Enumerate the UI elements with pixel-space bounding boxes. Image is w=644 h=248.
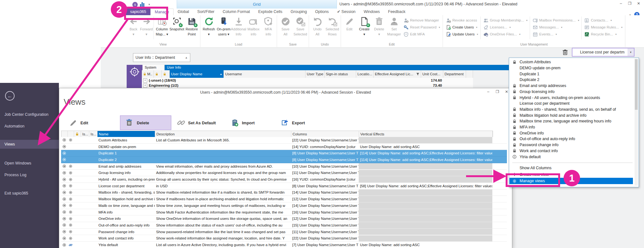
undo-selected-rows-button[interactable]: SelectedRows	[325, 15, 340, 36]
licenses-button[interactable]: Licenses...▾	[483, 24, 527, 31]
events-button[interactable]: Events...▾	[533, 31, 579, 38]
row-actions-cell[interactable]	[67, 242, 74, 248]
row-actions-cell[interactable]	[67, 137, 74, 143]
view-selector-combo[interactable]: License cost per departm ▾	[572, 48, 635, 57]
undo-all-button[interactable]: UndoAll	[310, 15, 325, 36]
row-actions-cell[interactable]	[67, 170, 74, 176]
edit-mfa-button[interactable]: Edit MFA	[404, 31, 440, 38]
row-actions-cell[interactable]	[67, 176, 74, 183]
save-all-button[interactable]: SaveAll	[278, 15, 293, 36]
radio-icon[interactable]	[62, 236, 66, 240]
dropdown-show-all-columns[interactable]: Show All Columns	[509, 165, 633, 171]
column-header-unit-cost-[interactable]: Unit Cost...	[421, 70, 443, 78]
dropdown-item-mailbox-time-zone-language-and-meeting-hours-info[interactable]: Mailbox time zone, language and meeting …	[509, 118, 633, 124]
grouping-selector[interactable]: User Info :: Department ▲	[133, 53, 190, 62]
views-table-row[interactable]: Mailb ox time zone, language and meetiSh…	[61, 202, 507, 209]
gear-icon[interactable]	[69, 138, 73, 142]
row-actions-cell[interactable]	[67, 150, 74, 156]
column-header-lock[interactable]	[162, 70, 170, 78]
views-header-select[interactable]	[61, 131, 68, 137]
row-actions-cell[interactable]	[67, 222, 74, 228]
row-select-cell[interactable]	[61, 157, 67, 163]
gear-icon[interactable]	[69, 190, 73, 195]
remove-manager-button[interactable]: Remove Manager	[404, 17, 440, 24]
views-table-row[interactable]: Work and contact infoShow work-related i…	[61, 235, 507, 242]
tab-session[interactable]: ✔ Session	[333, 9, 359, 15]
views-table-row[interactable]: Custom AttributesList all Custom Attribu…	[61, 137, 507, 144]
minimize-button[interactable]: –	[617, 1, 624, 7]
row-select-cell[interactable]	[61, 150, 67, 156]
tab-sort-filter[interactable]: Sort/Filter	[193, 9, 218, 15]
row-select-cell[interactable]	[61, 242, 67, 248]
row-select-cell[interactable]	[61, 163, 67, 170]
radio-icon[interactable]	[62, 217, 66, 221]
row-select-cell[interactable]	[61, 183, 67, 189]
create-button[interactable]: +Create▾	[357, 15, 372, 36]
tab-global[interactable]: Global	[174, 9, 193, 15]
update-users-button[interactable]: Update Users▾	[446, 31, 478, 38]
radio-icon[interactable]	[62, 230, 66, 234]
column-header-lock[interactable]	[466, 70, 473, 78]
save-selected-button[interactable]: SaveSelected	[293, 15, 308, 36]
radio-icon[interactable]	[62, 158, 66, 162]
dropdown-item-mailbox-info-shared-forwarding-send-as-on-behalf-of[interactable]: Mailbox info - shared, forwarding, send …	[509, 107, 633, 113]
row-select-cell[interactable]	[61, 176, 67, 183]
row-select-cell[interactable]	[61, 222, 67, 228]
collapse-groups-icon[interactable]: ▲	[185, 53, 188, 62]
onedrive-files-button[interactable]: OneDrive Files...▾	[483, 31, 527, 38]
additional-info-button[interactable]: AdditionalInfo	[231, 15, 246, 36]
row-select-cell[interactable]	[61, 202, 67, 209]
row-actions-cell[interactable]	[67, 235, 74, 242]
column-header-locatio-[interactable]: Locatio...	[356, 70, 374, 78]
gear-icon[interactable]	[69, 210, 73, 214]
dropdown-item-group-licensing-info[interactable]: Group licensing info	[509, 89, 633, 95]
dropdown-item-out-of-office-and-auto-reply-info[interactable]: Out-of-office and auto-reply info	[509, 136, 633, 142]
sidebar-item-automation[interactable]: Automation	[0, 122, 59, 131]
gear-icon[interactable]	[69, 184, 73, 188]
views-table-row[interactable]: OneDrive infoShow OneDrive information o…	[61, 215, 507, 222]
views-header-description[interactable]: Description	[155, 131, 291, 137]
recycle-bin-button[interactable]: Recycle Bin...▾	[584, 31, 622, 38]
sidebar-item-job-center-configuration[interactable]: Job Center Configuration	[0, 110, 59, 119]
messages-button[interactable]: Messages...▾	[533, 24, 579, 31]
gear-icon[interactable]	[69, 230, 73, 234]
sidebar-item-process-log[interactable]: Process Log	[0, 170, 59, 179]
edit-button[interactable]: Edit	[342, 15, 357, 31]
sidebar-item-views[interactable]: Views	[0, 140, 59, 149]
row-select-cell[interactable]	[61, 170, 67, 176]
toolbar-set-as-default-button[interactable]: Set As Default	[177, 119, 216, 127]
radio-icon[interactable]	[62, 203, 66, 208]
toolbar-delete-button[interactable]: Delete	[120, 115, 171, 130]
gear-icon[interactable]	[69, 236, 73, 240]
dropdown-item-duplicate-1[interactable]: Duplicate 1	[509, 71, 633, 77]
views-table-row[interactable]: License cost per departmentin USD[8] Use…	[61, 183, 507, 189]
mfa-info-button[interactable]: MFAinfo	[261, 15, 276, 36]
column-header-effective-assigned-lic-[interactable]: Effective Assigned Lic...	[374, 70, 421, 78]
column-header-username[interactable]: Username	[224, 70, 306, 78]
row-select-cell[interactable]	[61, 196, 67, 202]
views-table-row[interactable]: Group licensing infoAdditionally show pr…	[61, 170, 507, 177]
toolbar-edit-button[interactable]: Edit	[69, 119, 88, 127]
qat-dropdown-icon[interactable]: ▾	[148, 3, 150, 6]
dropdown-item-hybrid-all-users-including-on-prem-accounts[interactable]: Hybrid - All users, including on-prem ac…	[509, 95, 633, 101]
group-membership-button[interactable]: Group Membership...▾	[483, 17, 527, 24]
create-users-button[interactable]: Create Users▾	[446, 24, 478, 31]
row-select-cell[interactable]	[61, 209, 67, 215]
mailbox-info-button[interactable]: Mailboxinfo	[246, 15, 261, 36]
row-actions-cell[interactable]	[67, 157, 74, 163]
dropdown-item-ytria-default[interactable]: Ytria default	[509, 154, 633, 160]
refresh-button[interactable]: Refresh▾	[201, 15, 216, 36]
delete-button[interactable]: Delete▾	[372, 15, 387, 36]
dropdown-item-onedrive-info[interactable]: OneDrive info	[509, 130, 633, 136]
revoke-access-button[interactable]: Revoke access	[446, 17, 478, 24]
dropdown-item-duplicate-2[interactable]: Duplicate 2	[509, 77, 633, 83]
dropdown-item-mailbox-litigation-hold-and-archive-info[interactable]: Mailbox litigation hold and archive info	[509, 112, 633, 118]
gear-icon[interactable]	[69, 217, 73, 221]
dropdown-item-custom-attributes[interactable]: Custom Attributes	[509, 59, 633, 65]
dropdown-scrollbar[interactable]	[635, 59, 638, 186]
on-prem-users-button[interactable]: On-premusers ▾	[216, 15, 231, 36]
grid-band-system[interactable]: System	[142, 65, 165, 70]
gear-icon[interactable]	[69, 203, 73, 208]
column-header-lock[interactable]	[154, 70, 162, 78]
row-select-cell[interactable]	[61, 235, 67, 242]
